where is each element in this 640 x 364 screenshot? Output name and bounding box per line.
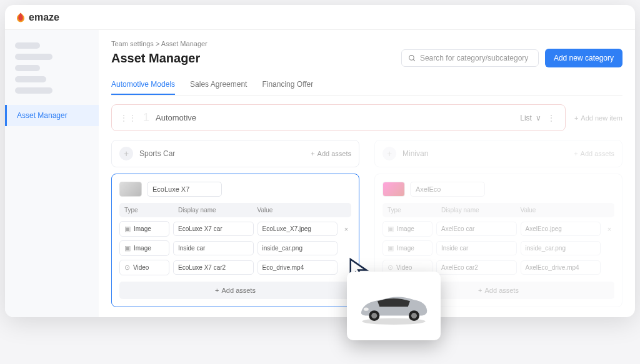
svg-point-7 <box>364 308 369 311</box>
type-cell[interactable]: ▣Image <box>119 240 169 256</box>
logo-text: emaze <box>29 12 59 23</box>
header-actions: Search for category/subcategory Add new … <box>401 49 622 67</box>
sidebar-placeholder <box>15 76 46 82</box>
svg-point-0 <box>409 55 414 60</box>
asset-row: ▣Image EcoLuxe X7 car EcoLuxe_X7.jpeg × <box>119 221 351 237</box>
view-toggle[interactable]: List ∨ ⋮ <box>520 114 558 122</box>
breadcrumb: Team settings > Asset Manager <box>111 40 622 47</box>
display-cell[interactable]: EcoLuxe X7 car <box>173 222 254 236</box>
asset-card-ecoluxe: EcoLuxe X7 Type Display name Value ▣Imag… <box>111 174 359 307</box>
tab-financing-offer[interactable]: Financing Offer <box>262 75 313 95</box>
subcategory-header-minivan: + Minivan + Add assets <box>374 140 622 167</box>
display-cell[interactable]: AxelEco car <box>436 222 517 236</box>
body: Asset Manager Team settings > Asset Mana… <box>5 30 635 317</box>
value-cell[interactable]: AxelEco.jpeg <box>521 222 601 236</box>
value-cell[interactable]: inside_car.png <box>258 241 338 255</box>
asset-row: ▣Image AxelEco car AxelEco.jpeg × <box>382 221 614 237</box>
type-cell[interactable]: ▣Image <box>382 240 432 256</box>
search-input[interactable]: Search for category/subcategory <box>401 49 539 67</box>
card-thumbnail <box>382 182 405 197</box>
card-title-input[interactable]: AxelEco <box>410 182 485 197</box>
asset-row: ⊙Video EcoLuxe X7 car2 Eco_drive.mp4 <box>119 260 351 275</box>
svg-line-1 <box>413 59 415 61</box>
add-assets-label: Add assets <box>318 150 351 157</box>
add-assets-label: Add assets <box>222 287 256 294</box>
add-assets-button[interactable]: + Add assets <box>119 282 351 299</box>
plus-icon: + <box>574 150 578 157</box>
type-cell[interactable]: ▣Image <box>119 221 169 237</box>
category-box: ⋮⋮ 1 Automotive List ∨ ⋮ <box>111 104 566 131</box>
table-header: Type Display name Value <box>382 203 614 217</box>
subcategory-name: Minivan <box>402 149 428 158</box>
tab-sales-agreement[interactable]: Sales Agreement <box>190 75 247 95</box>
col-type: Type <box>124 207 174 214</box>
remove-row-button[interactable]: × <box>604 225 614 233</box>
col-value: Value <box>521 207 596 214</box>
card-title-row: AxelEco <box>382 182 614 197</box>
add-new-item-button[interactable]: + Add new item <box>574 114 622 122</box>
col-value: Value <box>258 207 333 214</box>
tab-automotive-models[interactable]: Automotive Models <box>111 75 175 95</box>
value-cell[interactable]: Eco_drive.mp4 <box>258 260 338 275</box>
page-title: Asset Manager <box>111 51 200 66</box>
asset-row: ▣Image Inside car inside_car.png <box>119 240 351 256</box>
image-icon: ▣ <box>124 244 131 252</box>
col-display-name: Display name <box>178 207 254 214</box>
add-category-button[interactable]: Add new category <box>545 49 622 67</box>
plus-icon: + <box>574 114 578 122</box>
add-assets-label: Add assets <box>485 287 519 294</box>
category-row: ⋮⋮ 1 Automotive List ∨ ⋮ + Add new item <box>111 104 622 131</box>
col-display-name: Display name <box>441 207 517 214</box>
add-assets-link[interactable]: + Add assets <box>311 150 351 157</box>
logo: emaze <box>15 12 59 23</box>
value-cell[interactable]: inside_car.png <box>521 241 601 255</box>
asset-row: ▣Image Inside car inside_car.png <box>382 240 614 256</box>
sidebar-placeholder <box>15 65 40 71</box>
view-label: List <box>520 114 532 122</box>
header-row: Asset Manager Search for category/subcat… <box>111 49 622 67</box>
display-cell[interactable]: AxelEco car2 <box>436 260 517 275</box>
add-assets-label: Add assets <box>581 150 614 157</box>
search-icon <box>408 54 416 62</box>
plus-icon: + <box>215 287 219 294</box>
card-thumbnail <box>119 182 142 197</box>
value-cell[interactable]: AxelEco_drive.mp4 <box>521 260 601 275</box>
subcategory-header-sports-car: + Sports Car + Add assets <box>111 140 359 167</box>
drag-handle-icon[interactable]: ⋮⋮ <box>119 113 137 123</box>
svg-point-6 <box>411 313 417 318</box>
menu-dots-icon[interactable]: ⋮ <box>545 114 558 122</box>
app-window: emaze Asset Manager Team settings > Asse… <box>5 5 635 317</box>
sidebar-placeholder <box>15 87 52 94</box>
image-icon: ▣ <box>124 225 131 233</box>
column-left: + Sports Car + Add assets EcoLuxe X7 <box>111 140 359 307</box>
plus-icon[interactable]: + <box>119 147 133 160</box>
sidebar-placeholder <box>15 42 40 49</box>
value-cell[interactable]: EcoLuxe_X7.jpeg <box>258 222 338 236</box>
logo-icon <box>15 12 26 23</box>
chevron-down-icon: ∨ <box>536 114 541 122</box>
image-icon: ▣ <box>388 244 394 252</box>
display-cell[interactable]: EcoLuxe X7 car2 <box>173 260 254 275</box>
search-placeholder: Search for category/subcategory <box>420 54 528 62</box>
category-name: Automotive <box>156 113 196 122</box>
category-index: 1 <box>143 111 149 124</box>
table-header: Type Display name Value <box>119 203 351 217</box>
subcategory-name: Sports Car <box>139 149 175 158</box>
display-cell[interactable]: Inside car <box>173 241 254 255</box>
plus-icon: + <box>311 150 314 157</box>
sidebar-placeholder <box>15 54 52 60</box>
type-cell[interactable]: ⊙Video <box>119 260 169 275</box>
sidebar-item-asset-manager[interactable]: Asset Manager <box>5 105 99 126</box>
add-item-label: Add new item <box>581 114 622 122</box>
display-cell[interactable]: Inside car <box>436 241 517 255</box>
card-title-input[interactable]: EcoLuxe X7 <box>147 182 222 197</box>
video-icon: ⊙ <box>124 263 130 272</box>
remove-row-button[interactable]: × <box>341 225 351 233</box>
sidebar: Asset Manager <box>5 30 99 317</box>
type-cell[interactable]: ▣Image <box>382 221 432 237</box>
plus-icon: + <box>478 287 482 294</box>
topbar: emaze <box>5 5 635 30</box>
card-title-row: EcoLuxe X7 <box>119 182 351 197</box>
plus-icon[interactable]: + <box>382 147 396 160</box>
add-assets-link[interactable]: + Add assets <box>574 150 614 157</box>
